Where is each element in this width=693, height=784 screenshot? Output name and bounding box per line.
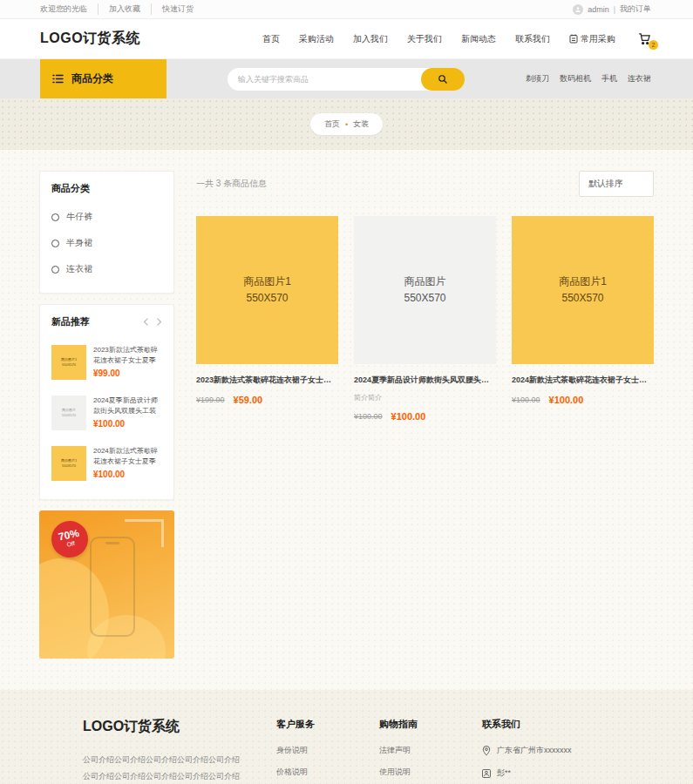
search-button[interactable] <box>421 68 465 91</box>
breadcrumb: 首页 • 女装 <box>310 113 383 135</box>
breadcrumb-current: 女装 <box>353 118 369 130</box>
my-orders-link[interactable]: 我的订单 <box>620 3 651 15</box>
recommend-panel-title: 新品推荐 <box>51 315 90 328</box>
product-price: ¥100.00 <box>549 395 584 405</box>
breadcrumb-separator: • <box>345 120 348 129</box>
page: 欢迎您的光临 加入收藏 快速订货 admin | 我的订单 LOGO订货系统 首… <box>0 0 693 784</box>
product-thumbnail: 商品图片1 550X570 <box>51 446 86 481</box>
sidebar: 商品分类 牛仔裤 半身裙 连衣裙 新品推荐 <box>39 171 174 659</box>
footer: LOGO订货系统 公司介绍公司介绍公司介绍公司介绍公司介绍公司介绍公司介绍公司介… <box>0 690 693 784</box>
hot-link-camera[interactable]: 数码相机 <box>560 73 591 84</box>
recommend-item-price: ¥100.00 <box>93 419 162 429</box>
username[interactable]: admin <box>588 5 609 14</box>
topbar-links: 欢迎您的光临 加入收藏 快速订货 <box>40 3 204 15</box>
nav-contact-us[interactable]: 联系我们 <box>515 33 550 45</box>
sidebar-category-skirt[interactable]: 半身裙 <box>51 230 162 256</box>
product-thumbnail: 商品图片1 550X570 <box>51 345 86 380</box>
nav-home[interactable]: 首页 <box>262 33 280 45</box>
recommend-item[interactable]: 商品图片1 550X570 2024新款法式茶歇碎花连衣裙子女士夏季时尚小个子气… <box>51 438 162 489</box>
product-title: 2024新款法式茶歇碎花连衣裙子女士夏季时... <box>512 375 654 386</box>
topbar-separator: | <box>614 5 615 14</box>
nav-news[interactable]: 新闻动态 <box>461 33 496 45</box>
product-title: 2024夏季新品设计师款街头风双腰头工装裤 <box>354 375 496 386</box>
category-menu-button[interactable]: 商品分类 <box>40 59 166 98</box>
category-panel: 商品分类 牛仔裤 半身裙 连衣裙 <box>39 171 174 294</box>
product-list-area: 一共 3 条商品信息 默认排序 商品图片1 550X570 2023新款法式茶歇… <box>196 171 654 659</box>
list-menu-icon <box>52 74 64 84</box>
contact-address: 广东省广州市xxxxxxx <box>482 745 656 756</box>
footer-link-usage[interactable]: 使用说明 <box>379 767 482 778</box>
search-input[interactable] <box>228 68 432 91</box>
cart-count-badge: 2 <box>649 40 658 50</box>
contact-person: 彭** <box>482 767 656 779</box>
product-image-placeholder: 商品图片 550X570 <box>354 216 496 364</box>
recommend-panel: 新品推荐 商品图片1 550X570 <box>39 304 174 500</box>
product-price: ¥100.00 <box>391 411 426 422</box>
cart-button[interactable]: 2 <box>638 32 651 45</box>
radio-icon <box>51 213 59 221</box>
location-pin-icon <box>482 746 491 756</box>
product-title: 2023新款法式茶歇碎花连衣裙子女士夏季时... <box>196 375 338 386</box>
footer-logo: LOGO订货系统 <box>83 718 276 736</box>
phone-outline-illustration <box>90 537 135 637</box>
avatar-icon <box>573 4 583 15</box>
recommend-item-price: ¥100.00 <box>93 470 162 479</box>
footer-column-shopping-guide: 购物指南 法律声明 使用说明 售后规则 订货流程 <box>379 718 482 784</box>
breadcrumb-home[interactable]: 首页 <box>324 118 340 130</box>
company-intro: 公司介绍公司介绍公司介绍公司介绍公司介绍公司介绍公司介绍公司介绍公司介绍公司介绍… <box>83 752 240 784</box>
favorite-link[interactable]: 加入收藏 <box>99 3 152 15</box>
recommend-item-price: ¥99.00 <box>93 368 162 378</box>
category-panel-title: 商品分类 <box>51 182 90 195</box>
footer-link-legal[interactable]: 法律声明 <box>379 745 482 756</box>
header: LOGO订货系统 首页 采购活动 加入我们 关于我们 新闻动态 联系我们 常用采… <box>0 19 693 59</box>
sort-dropdown[interactable]: 默认排序 <box>579 171 654 197</box>
hot-link-phone[interactable]: 手机 <box>601 73 617 84</box>
product-thumbnail: 商品图片 550X570 <box>51 395 86 430</box>
hot-link-dress[interactable]: 连衣裙 <box>628 73 651 84</box>
topbar-user[interactable]: admin | 我的订单 <box>573 3 651 15</box>
nav-join-us[interactable]: 加入我们 <box>353 33 388 45</box>
product-old-price: ¥199.00 <box>196 395 225 404</box>
promo-banner[interactable]: 70% Off <box>39 510 174 659</box>
chevron-right-icon[interactable] <box>156 318 162 326</box>
search-strip: 商品分类 剃须刀 数码相机 手机 连衣裙 <box>0 59 693 98</box>
footer-contact: 联系我们 广东省广州市xxxxxxx 彭** 1380000000 <box>482 718 656 784</box>
recommend-item-title: 2023新款法式茶歇碎花连衣裙子女士夏季时尚小个子气... <box>93 345 162 366</box>
sidebar-category-dress[interactable]: 连衣裙 <box>51 256 162 282</box>
product-card[interactable]: 商品图片1 550X570 2023新款法式茶歇碎花连衣裙子女士夏季时... ¥… <box>196 216 338 422</box>
top-bar: 欢迎您的光临 加入收藏 快速订货 admin | 我的订单 <box>0 0 693 19</box>
product-old-price: ¥100.00 <box>512 395 540 404</box>
product-image-placeholder: 商品图片1 550X570 <box>196 216 338 364</box>
hot-link-razor[interactable]: 剃须刀 <box>526 73 549 84</box>
footer-link-pricing[interactable]: 价格说明 <box>276 767 379 778</box>
product-old-price: ¥100.00 <box>354 412 383 421</box>
product-card[interactable]: 商品图片 550X570 2024夏季新品设计师款街头风双腰头工装裤 简介简介 … <box>354 216 496 422</box>
footer-link-identity[interactable]: 身份说明 <box>276 745 379 756</box>
sidebar-category-jeans[interactable]: 牛仔裤 <box>51 204 162 230</box>
product-card[interactable]: 商品图片1 550X570 2024新款法式茶歇碎花连衣裙子女士夏季时... ¥… <box>512 216 654 422</box>
product-grid: 商品图片1 550X570 2023新款法式茶歇碎花连衣裙子女士夏季时... ¥… <box>196 216 654 422</box>
nav-frequent-purchase[interactable]: 常用采购 <box>569 33 615 45</box>
recommend-carousel-controls <box>143 318 162 326</box>
welcome-link[interactable]: 欢迎您的光临 <box>40 3 99 15</box>
clipboard-icon <box>569 34 578 44</box>
nav-purchase-activity[interactable]: 采购活动 <box>299 33 334 45</box>
person-icon <box>482 769 491 778</box>
main-nav: 首页 采购活动 加入我们 关于我们 新闻动态 联系我们 常用采购 2 <box>262 32 651 45</box>
corner-bracket-decoration <box>125 519 164 547</box>
search-icon <box>438 74 448 84</box>
product-image-placeholder: 商品图片1 550X570 <box>512 216 654 364</box>
chevron-left-icon[interactable] <box>143 318 149 326</box>
radio-icon <box>51 240 59 247</box>
footer-column-customer-service: 客户服务 身份说明 价格说明 用户协议 <box>276 718 379 784</box>
recommend-item[interactable]: 商品图片1 550X570 2023新款法式茶歇碎花连衣裙子女士夏季时尚小个子气… <box>51 337 162 388</box>
quick-order-link[interactable]: 快速订货 <box>152 3 204 15</box>
recommend-item-title: 2024夏季新品设计师款街头风双腰头工装裤 <box>93 395 162 416</box>
recommend-item[interactable]: 商品图片 550X570 2024夏季新品设计师款街头风双腰头工装裤 ¥100.… <box>51 388 162 438</box>
result-count: 一共 3 条商品信息 <box>196 178 267 190</box>
nav-about-us[interactable]: 关于我们 <box>407 33 442 45</box>
logo[interactable]: LOGO订货系统 <box>40 30 140 48</box>
search-area <box>166 68 526 91</box>
discount-badge: 70% Off <box>48 517 92 561</box>
radio-icon <box>51 266 59 274</box>
